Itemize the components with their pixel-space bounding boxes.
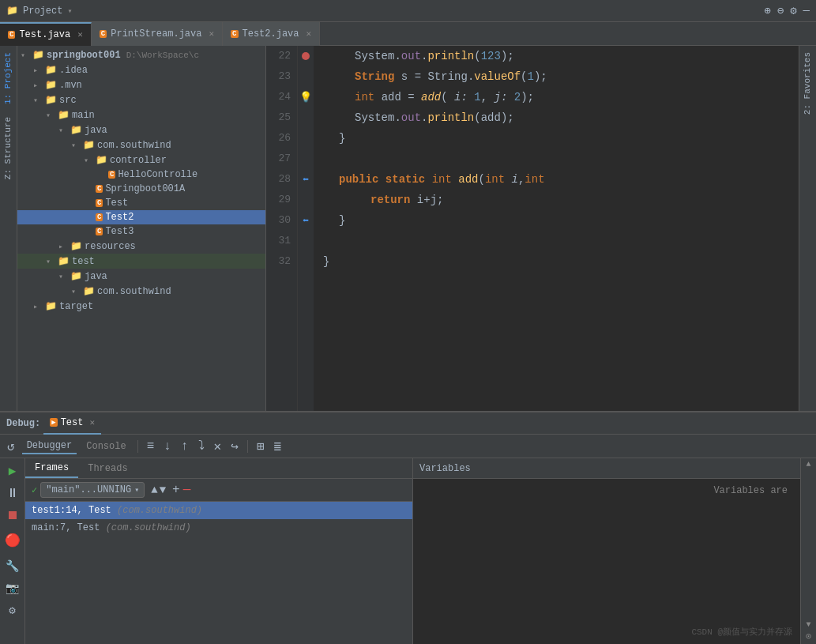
tab-printstream-java[interactable]: C PrintStream.java ✕ bbox=[92, 22, 223, 46]
tree-item-springboot001a[interactable]: C Springboot001A bbox=[17, 182, 265, 196]
expand-icon[interactable]: ⊙ bbox=[806, 631, 811, 642]
tree-item-java-main[interactable]: 📁 java bbox=[17, 122, 265, 137]
tree-arrow-com bbox=[71, 141, 81, 150]
tree-item-test[interactable]: C Test bbox=[17, 196, 265, 210]
debug-tab-debugger[interactable]: Debugger bbox=[22, 439, 77, 454]
debug-btn-run-tocursor[interactable]: ⤵ bbox=[196, 437, 207, 455]
stack-frame-0[interactable]: test1:14, Test (com.southwind) bbox=[25, 502, 412, 519]
debug-btn-table[interactable]: ⊞ bbox=[254, 437, 267, 456]
debug-mute-btn[interactable]: 🔧 bbox=[3, 556, 22, 575]
sidebar-item-favorites[interactable]: 2: Favorites bbox=[799, 46, 816, 121]
debug-settings2-btn[interactable]: ⚙ bbox=[3, 601, 22, 620]
tree-item-target[interactable]: 📁 target bbox=[17, 299, 265, 314]
gutter-32[interactable] bbox=[298, 251, 314, 272]
tree-item-test2[interactable]: C Test2 bbox=[17, 210, 265, 224]
project-dropdown-arrow[interactable]: ▾ bbox=[67, 6, 72, 16]
tree-item-com-southwind-test[interactable]: 📁 com.southwind bbox=[17, 284, 265, 299]
code-line-27 bbox=[323, 149, 791, 169]
gutter-31[interactable] bbox=[298, 231, 314, 251]
tree-item-controller[interactable]: 📁 controller bbox=[17, 153, 265, 168]
settings-icon[interactable]: ⚙ bbox=[790, 4, 796, 17]
tree-item-test3[interactable]: C Test3 bbox=[17, 224, 265, 239]
breakpoint-22 bbox=[302, 52, 310, 60]
project-folder-icon: 📁 bbox=[6, 5, 18, 17]
minimize-icon[interactable]: — bbox=[803, 4, 810, 17]
collapse-icon[interactable]: ⊖ bbox=[777, 4, 784, 17]
line-num-28: 28 bbox=[273, 169, 291, 190]
stack-frame-1[interactable]: main:7, Test (com.southwind) bbox=[25, 519, 412, 537]
gutter-27[interactable] bbox=[298, 149, 314, 169]
tab-test-java-icon: C bbox=[8, 31, 15, 39]
tab-frames[interactable]: Frames bbox=[25, 458, 78, 478]
tab-test2-java[interactable]: C Test2.java ✕ bbox=[223, 22, 320, 46]
debug-btn-settings[interactable]: ≣ bbox=[271, 437, 284, 456]
gutter-22[interactable] bbox=[298, 46, 314, 66]
gutter-30[interactable]: ⬅ bbox=[298, 210, 314, 231]
debug-tab-icon: ▶ bbox=[50, 418, 57, 427]
tab-test2-close[interactable]: ✕ bbox=[306, 28, 312, 39]
debug-btn-stepinto[interactable]: ↓ bbox=[161, 438, 174, 455]
sync-icon[interactable]: ⊕ bbox=[764, 4, 770, 17]
debug-btn-evaluate[interactable]: ✕ bbox=[212, 437, 224, 456]
debug-resume-btn[interactable]: ▶ bbox=[3, 461, 22, 480]
code-line-31 bbox=[323, 231, 791, 251]
code-line-32: } bbox=[323, 251, 791, 272]
tree-item-mvn[interactable]: 📁 .mvn bbox=[17, 77, 265, 92]
debug-tab-close[interactable]: ✕ bbox=[89, 417, 95, 427]
tree-arrow-java-main bbox=[58, 126, 68, 135]
gutter-29[interactable] bbox=[298, 190, 314, 210]
tree-item-test-folder[interactable]: 📁 test bbox=[17, 254, 265, 269]
tree-label-src: src bbox=[59, 95, 77, 106]
debug-btn-stepover[interactable]: ≡ bbox=[145, 438, 157, 455]
tree-item-idea[interactable]: 📁 .idea bbox=[17, 62, 265, 77]
tree-item-springboot001[interactable]: 📁 springboot001 D:\WorkSpace\c bbox=[17, 47, 265, 62]
debug-rerun-btn[interactable]: 🔴 bbox=[3, 531, 22, 550]
gutter-23[interactable] bbox=[298, 66, 314, 87]
tree-item-resources[interactable]: 📁 resources bbox=[17, 239, 265, 254]
tab-test-java[interactable]: C Test.java ✕ bbox=[0, 22, 92, 46]
tab-bar: C Test.java ✕ C PrintStream.java ✕ C Tes… bbox=[0, 22, 816, 46]
scroll-up-btn[interactable]: ▲ bbox=[806, 460, 810, 469]
tree-item-main[interactable]: 📁 main bbox=[17, 107, 265, 122]
tree-arrow-java-test bbox=[58, 272, 68, 281]
debug-btn-rerun[interactable]: ↺ bbox=[5, 437, 17, 456]
thread-add-btn[interactable]: + bbox=[172, 483, 180, 497]
debug-tab-test[interactable]: ▶ Test ✕ bbox=[43, 412, 101, 435]
gutter-26[interactable] bbox=[298, 128, 314, 149]
thread-remove-btn[interactable]: — bbox=[183, 483, 191, 497]
debug-btn-step-forward[interactable]: ↪ bbox=[228, 437, 241, 456]
line-num-24: 24 bbox=[273, 87, 291, 107]
debug-pause-btn[interactable]: ⏸ bbox=[3, 484, 22, 503]
arrow-30: ⬅ bbox=[303, 214, 309, 227]
code-content[interactable]: System.out.println(123); String s = Stri… bbox=[314, 46, 799, 411]
scroll-down-btn[interactable]: ▼ bbox=[806, 620, 810, 629]
vertical-right-tabs: 2: Favorites bbox=[799, 46, 816, 411]
sidebar-item-structure[interactable]: Z: Structure bbox=[0, 111, 17, 186]
thread-dropdown[interactable]: "main"...UNNING ▾ bbox=[40, 482, 145, 498]
tab-test-java-close[interactable]: ✕ bbox=[77, 29, 83, 40]
variables-content: Variables are bbox=[413, 479, 800, 644]
tree-item-com-southwind[interactable]: 📁 com.southwind bbox=[17, 137, 265, 153]
gutter-25[interactable] bbox=[298, 107, 314, 128]
line-num-31: 31 bbox=[273, 231, 291, 251]
tree-item-hellocontroller[interactable]: C HelloControlle bbox=[17, 168, 265, 182]
line-num-22: 22 bbox=[273, 46, 291, 66]
thread-nav-up[interactable]: ▲ bbox=[151, 484, 157, 496]
code-line-28: public static int add(int i,int bbox=[323, 169, 791, 190]
debug-stop-btn[interactable]: ⏹ bbox=[3, 506, 22, 525]
tab-threads[interactable]: Threads bbox=[78, 458, 137, 478]
gutter-24[interactable]: 💡 bbox=[298, 87, 314, 107]
java-icon-springboot001a: C bbox=[96, 185, 103, 193]
debug-left-sidebar: ▶ ⏸ ⏹ 🔴 🔧 📷 ⚙ bbox=[0, 458, 25, 644]
stack-frame-1-text: main:7, Test (com.southwind) bbox=[32, 522, 191, 533]
project-label[interactable]: Project bbox=[23, 6, 62, 17]
debug-snapshot-btn[interactable]: 📷 bbox=[3, 578, 22, 597]
tree-item-java-test[interactable]: 📁 java bbox=[17, 269, 265, 284]
gutter-28[interactable]: ⬅ bbox=[298, 169, 314, 190]
debug-tab-console[interactable]: Console bbox=[81, 439, 130, 454]
thread-nav-down[interactable]: ▼ bbox=[160, 484, 166, 496]
tab-printstream-close[interactable]: ✕ bbox=[209, 28, 214, 39]
tree-item-src[interactable]: 📁 src bbox=[17, 92, 265, 107]
debug-btn-stepout[interactable]: ↑ bbox=[179, 438, 191, 455]
sidebar-item-project[interactable]: 1: Project bbox=[0, 46, 17, 111]
